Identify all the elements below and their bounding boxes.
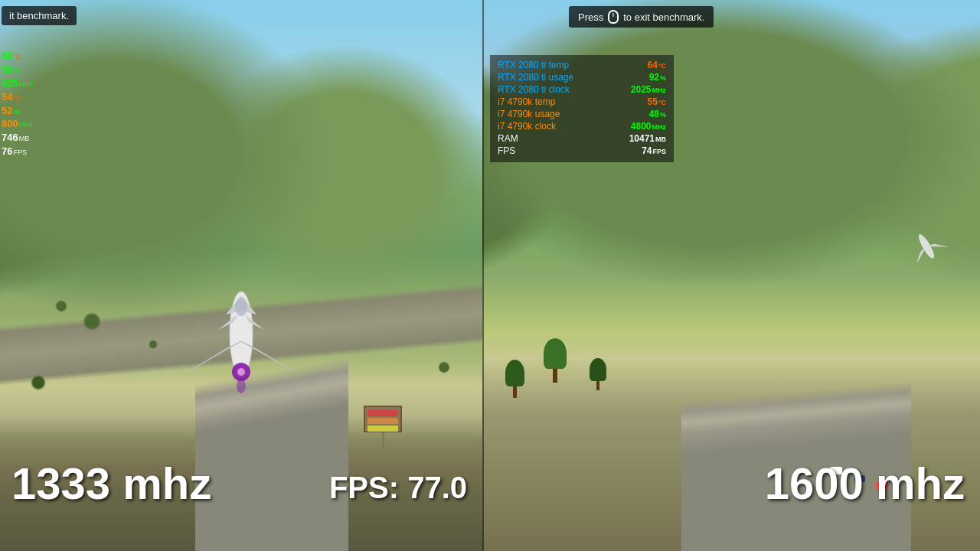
cpu-usage-unit: % [13, 108, 19, 117]
right-road [681, 360, 911, 551]
rtx-clock-unit: MHz [652, 86, 667, 94]
panel-divider [482, 0, 484, 551]
ram-unit: MB [19, 135, 30, 144]
rtx-usage-val-container: 92 % [649, 72, 666, 83]
rtx-clock-value: 2025 [631, 84, 652, 95]
rtx-temp-value: 64 [648, 60, 658, 70]
screen-container: it benchmark. 68 °C 92 % 025 MHz 54 °C [0, 0, 980, 551]
ram-val-container: 10471 MB [629, 133, 666, 144]
rtx-temp-row: RTX 2080 ti temp 64 °C [498, 60, 666, 70]
fps-unit-r: FPS [652, 148, 666, 155]
mouse-icon [608, 10, 619, 24]
gpu-clock-value: 025 [2, 77, 18, 90]
left-freq-label: 1333 mhz [11, 458, 211, 509]
ram-label: RAM [498, 133, 518, 144]
cpu-clock-val-container: 4800 MHz [631, 121, 666, 132]
rtx-usage-unit: % [660, 74, 666, 82]
cpu-clock-row: i7 4790k clock 4800 MHz [498, 121, 666, 132]
right-exit-button[interactable]: Press to exit benchmark. [569, 6, 714, 28]
gpu-temp-value: 68 [2, 50, 12, 63]
rtx-temp-val-container: 64 °C [648, 60, 666, 70]
right-freq-label: 1600 mhz [765, 458, 965, 509]
svg-point-7 [235, 298, 247, 316]
cpu-usage-unit-r: % [660, 111, 666, 119]
svg-point-11 [237, 378, 246, 393]
fps-left-value: 76 [2, 145, 12, 158]
fps-label-r: FPS [498, 145, 515, 156]
rtx-usage-value: 92 [649, 72, 659, 83]
cpu-clock-value: 800 [2, 118, 18, 131]
hud-row-fps-left: 76 FPS [2, 145, 33, 158]
cpu-clock-unit-r: MHz [652, 123, 667, 131]
billboard [364, 406, 402, 448]
cpu-usage-val-container: 48 % [649, 109, 666, 119]
rtx-clock-val-container: 2025 MHz [631, 84, 666, 95]
rtx-usage-label: RTX 2080 ti usage [498, 72, 573, 83]
right-hud-panel: RTX 2080 ti temp 64 °C RTX 2080 ti usage… [490, 55, 674, 162]
cpu-temp-unit-r: °C [658, 99, 666, 106]
hud-row-gpu-clock: 025 MHz [2, 77, 33, 90]
cpu-temp-unit: °C [13, 94, 21, 103]
gpu-usage-unit: % [13, 67, 19, 76]
left-exit-button[interactable]: it benchmark. [2, 6, 77, 25]
cpu-usage-value-r: 48 [649, 109, 659, 119]
ram-value: 746 [2, 132, 18, 145]
hud-row-cpu-temp: 54 °C [2, 91, 33, 104]
small-plane-svg [903, 231, 949, 262]
svg-point-10 [237, 368, 245, 376]
fps-display: FPS: 77.0 [329, 471, 467, 505]
cpu-temp-val-container: 55 °C [648, 96, 666, 107]
fps-row: FPS 74 FPS [498, 145, 666, 156]
gpu-temp-unit: °C [13, 53, 21, 62]
cpu-temp-row: i7 4790k temp 55 °C [498, 96, 666, 107]
fps-left-unit: FPS [13, 148, 27, 158]
right-panel: Press to exit benchmark. RTX 2080 ti tem… [482, 0, 980, 551]
rtx-temp-label: RTX 2080 ti temp [498, 60, 569, 70]
small-plane-right [903, 231, 949, 265]
ram-unit-r: MB [655, 135, 666, 143]
right-exit-press: Press [578, 11, 603, 23]
cpu-clock-value-r: 4800 [631, 121, 652, 132]
ram-value-r: 10471 [629, 133, 655, 144]
tree-right-1 [505, 360, 524, 398]
rtx-usage-row: RTX 2080 ti usage 92 % [498, 72, 666, 83]
cpu-usage-value: 52 [2, 105, 12, 118]
gpu-clock-unit: MHz [19, 80, 34, 90]
cpu-temp-label: i7 4790k temp [498, 96, 555, 107]
ram-row: RAM 10471 MB [498, 133, 666, 144]
jet-svg [172, 272, 310, 395]
hud-row-gpu-temp: 68 °C [2, 50, 33, 63]
cpu-usage-row: i7 4790k usage 48 % [498, 109, 666, 119]
left-panel: it benchmark. 68 °C 92 % 025 MHz 54 °C [0, 0, 482, 551]
hud-row-gpu-usage: 92 % [2, 64, 33, 77]
hud-row-ram: 746 MB [2, 132, 33, 145]
fps-val-container: 74 FPS [642, 145, 666, 156]
cpu-temp-value-r: 55 [648, 96, 658, 107]
cpu-clock-unit: MHz [19, 121, 34, 130]
left-hud: 68 °C 92 % 025 MHz 54 °C 52 % [2, 50, 33, 159]
hud-row-cpu-usage: 52 % [2, 105, 33, 118]
rtx-clock-label: RTX 2080 ti clock [498, 84, 570, 95]
rtx-temp-unit: °C [658, 62, 666, 70]
right-exit-rest: to exit benchmark. [623, 11, 704, 23]
rtx-clock-row: RTX 2080 ti clock 2025 MHz [498, 84, 666, 95]
cpu-usage-label: i7 4790k usage [498, 109, 560, 119]
jet-plane [172, 272, 310, 398]
gpu-usage-value: 92 [2, 64, 12, 77]
tree-right-3 [590, 358, 606, 390]
left-exit-label: it benchmark. [9, 10, 69, 21]
cpu-clock-label: i7 4790k clock [498, 121, 556, 132]
cpu-temp-value: 54 [2, 91, 12, 104]
tree-right-2 [544, 338, 567, 383]
hud-row-cpu-clock: 800 MHz [2, 118, 33, 131]
fps-value-r: 74 [642, 145, 652, 156]
